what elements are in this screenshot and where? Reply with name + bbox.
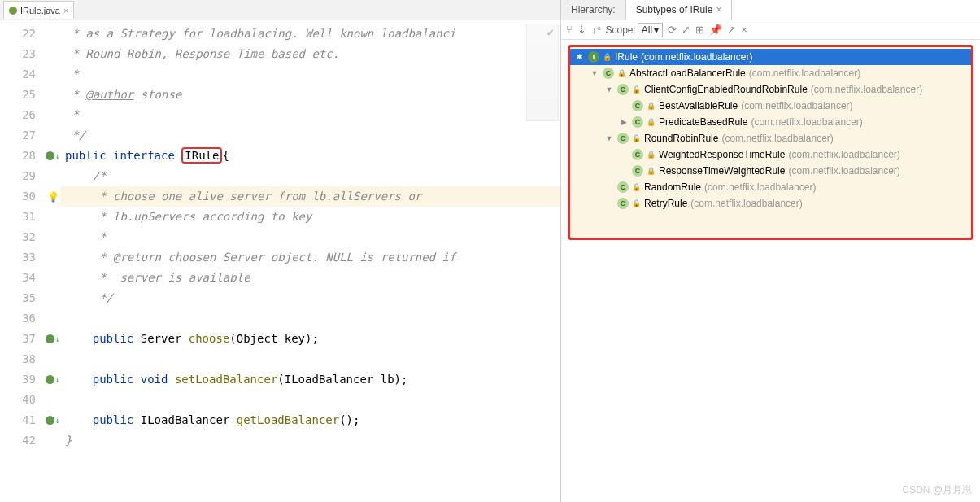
pin-icon[interactable]: 📌 [709, 24, 722, 36]
impl-icon[interactable] [46, 375, 54, 384]
node-name: RetryRule [644, 198, 687, 209]
lock-icon: 🔒 [647, 151, 656, 159]
hierarchy-tab-label: Subtypes of IRule [636, 4, 713, 15]
class-icon: C [632, 165, 643, 177]
line-number: 39 [0, 369, 46, 390]
code-lines[interactable]: * as a Strategy for loadbalacing. Well k… [60, 20, 560, 502]
editor-pane: IRule.java × ✔ 2223242526272829303132333… [0, 0, 561, 502]
gutter-mark [46, 125, 60, 146]
gutter-mark [46, 247, 60, 268]
code-line: */ [60, 288, 560, 308]
gutter-mark [46, 44, 60, 64]
code-line: * server is available [60, 268, 560, 288]
close-icon[interactable]: × [716, 4, 721, 15]
close-icon[interactable]: × [63, 6, 68, 15]
node-name: ClientConfigEnabledRoundRobinRule [644, 84, 808, 95]
code-line: * @author stonse [60, 85, 560, 105]
twisty-icon[interactable]: ▼ [604, 134, 614, 142]
star-icon: ✱ [575, 53, 585, 61]
node-name: ResponseTimeWeightedRule [659, 165, 785, 177]
node-name: PredicateBasedRule [659, 116, 747, 128]
tree-node[interactable]: ▼C🔒 RoundRobinRule (com.netflix.loadbala… [570, 130, 971, 146]
expand-icon[interactable]: ⊞ [695, 24, 704, 36]
line-number: 42 [0, 430, 46, 451]
line-number: 36 [0, 308, 46, 329]
node-package: (com.netflix.loadbalancer) [811, 84, 922, 95]
tree-node[interactable]: ▶C🔒 PredicateBasedRule (com.netflix.load… [570, 114, 971, 130]
gutter-mark: ↓ [46, 146, 60, 166]
impl-icon[interactable] [46, 151, 54, 160]
line-number: 30 [0, 186, 46, 207]
hierarchy-label[interactable]: Hierarchy: [561, 0, 626, 20]
class-hierarchy-icon[interactable]: ⑂ [566, 24, 573, 36]
gutter-mark: 💡 [46, 186, 60, 207]
close-icon[interactable]: × [741, 24, 747, 36]
refresh-icon[interactable]: ⟳ [668, 24, 677, 36]
code-line: * lb.upServers according to key [60, 207, 560, 227]
code-line [60, 308, 560, 329]
impl-icon[interactable] [46, 334, 54, 343]
code-line: public Server choose(Object key); [60, 329, 560, 349]
code-line: * [60, 64, 560, 85]
gutter-marks: ↓💡↓↓↓ [46, 20, 60, 502]
line-number: 41 [0, 410, 46, 430]
scope-label: Scope: [606, 24, 636, 36]
autoscroll-icon[interactable]: ⤢ [682, 24, 690, 36]
scope-combo[interactable]: All ▾ [638, 23, 663, 37]
interface-icon [9, 7, 17, 15]
line-number: 32 [0, 227, 46, 247]
code-line [60, 349, 560, 369]
code-line: public interface IRule{ [60, 146, 560, 166]
tree-node[interactable]: C🔒 WeightedResponseTimeRule (com.netflix… [570, 146, 971, 163]
subtypes-icon[interactable]: ⇣ [577, 24, 586, 36]
gutter-mark [46, 430, 60, 451]
line-number: 29 [0, 166, 46, 186]
impl-icon[interactable] [46, 416, 54, 425]
hierarchy-tree[interactable]: ✱I🔒 IRule (com.netflix.loadbalancer)▼C🔒 … [568, 45, 973, 240]
hierarchy-tab[interactable]: Subtypes of IRule × [626, 0, 733, 20]
minimap[interactable] [526, 24, 559, 121]
twisty-icon[interactable]: ▼ [590, 69, 599, 77]
gutter-mark [46, 64, 60, 85]
class-icon: C [617, 133, 629, 144]
tree-node[interactable]: ▼C🔒 ClientConfigEnabledRoundRobinRule (c… [570, 81, 971, 98]
node-package: (com.netflix.loadbalancer) [788, 165, 899, 177]
line-number: 28 [0, 146, 46, 166]
code-area[interactable]: ✔ 22232425262728293031323334353637383940… [0, 20, 560, 502]
bulb-icon[interactable]: 💡 [47, 191, 59, 203]
tree-node[interactable]: ✱I🔒 IRule (com.netflix.loadbalancer) [570, 49, 971, 65]
lock-icon: 🔒 [647, 118, 656, 126]
tree-node[interactable]: C🔒 RetryRule (com.netflix.loadbalancer) [570, 195, 971, 212]
gutter-mark [46, 308, 60, 329]
export-icon[interactable]: ↗ [727, 24, 736, 36]
tree-node[interactable]: C🔒 ResponseTimeWeightedRule (com.netflix… [570, 163, 971, 179]
node-package: (com.netflix.loadbalancer) [721, 133, 833, 144]
tree-node[interactable]: C🔒 BestAvailableRule (com.netflix.loadba… [570, 98, 971, 114]
line-number: 31 [0, 207, 46, 227]
code-line: * @return choosen Server object. NULL is… [60, 247, 560, 268]
gutter-mark [46, 288, 60, 308]
class-icon: C [632, 116, 643, 128]
chevron-down-icon: ▾ [654, 24, 659, 36]
gutter-mark: ↓ [46, 329, 60, 349]
line-number: 34 [0, 268, 46, 288]
node-package: (com.netflix.loadbalancer) [749, 68, 860, 79]
code-line: * Round Robin, Response Time based etc. [60, 44, 560, 64]
code-line: public void setLoadBalancer(ILoadBalance… [60, 369, 560, 390]
code-line: * [60, 227, 560, 247]
code-line: } [60, 430, 560, 451]
sort-icon[interactable]: ↓ᵃ [591, 24, 601, 36]
code-line: * [60, 105, 560, 125]
file-tab-label: IRule.java [20, 6, 60, 15]
twisty-icon[interactable]: ▼ [604, 85, 614, 94]
line-number: 40 [0, 390, 46, 410]
file-tab[interactable]: IRule.java × [3, 1, 74, 19]
tree-node[interactable]: C🔒 RandomRule (com.netflix.loadbalancer) [570, 179, 971, 195]
gutter-mark: ↓ [46, 410, 60, 430]
tree-node[interactable]: ▼C🔒 AbstractLoadBalancerRule (com.netfli… [570, 65, 971, 81]
twisty-icon[interactable]: ▶ [619, 118, 629, 126]
gutter-mark [46, 207, 60, 227]
node-name: BestAvailableRule [659, 100, 738, 111]
line-number: 27 [0, 125, 46, 146]
line-gutter: 2223242526272829303132333435363738394041… [0, 20, 46, 502]
